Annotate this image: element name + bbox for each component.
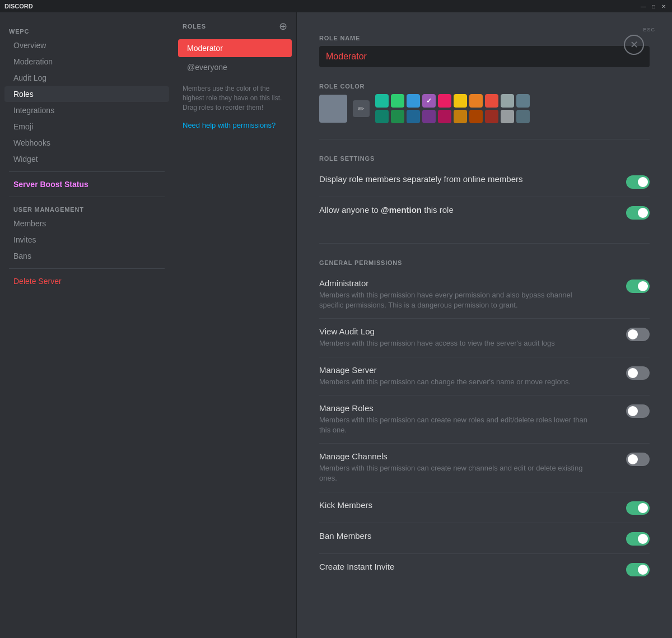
permission-view-audit-log-desc: Members with this permission have access… (319, 338, 588, 348)
color-swatch-row2-5[interactable] (454, 110, 467, 123)
color-swatch-row1-0[interactable] (375, 94, 389, 108)
sidebar: WEPC Overview Moderation Audit Log Roles… (0, 12, 174, 638)
color-swatch-row1-1[interactable] (391, 94, 404, 108)
color-swatch-row2-9[interactable] (516, 110, 530, 123)
sidebar-item-widget[interactable]: Widget (4, 151, 169, 167)
divider-2 (319, 243, 650, 244)
roles-panel-title: ROLES (183, 23, 206, 30)
color-swatch-row2-6[interactable] (469, 110, 483, 123)
general-permissions-label: GENERAL PERMISSIONS (319, 259, 650, 266)
color-swatches (375, 94, 530, 123)
maximize-button[interactable]: □ (650, 2, 657, 10)
permission-manage-roles-desc: Members with this permission can create … (319, 415, 588, 435)
sidebar-item-overview[interactable]: Overview (4, 38, 169, 53)
color-swatch-row2-4[interactable] (438, 110, 451, 123)
color-swatch-row1-8[interactable] (501, 94, 514, 108)
esc-label: ESC (643, 27, 655, 32)
sidebar-item-bans[interactable]: Bans (4, 248, 169, 264)
role-name-section-label: ROLE NAME (319, 35, 650, 41)
title-bar-controls: — □ ✕ (640, 2, 668, 10)
role-item-moderator[interactable]: Moderator (178, 39, 292, 57)
role-name-input[interactable] (319, 46, 650, 67)
color-swatch-row2-3[interactable] (422, 110, 436, 123)
close-button[interactable]: ✕ (624, 35, 644, 55)
color-swatch-row2-8[interactable] (501, 110, 514, 123)
close-window-button[interactable]: ✕ (660, 2, 668, 10)
close-area: ✕ ESC (643, 24, 655, 32)
title-bar: DISCORD — □ ✕ (0, 0, 672, 12)
setting-display-separately-name: Display role members separately from onl… (319, 174, 617, 184)
sidebar-item-roles[interactable]: Roles (4, 86, 169, 102)
permission-administrator-toggle[interactable] (626, 280, 650, 293)
color-swatch-row1-9[interactable] (516, 94, 530, 108)
setting-allow-mention: Allow anyone to @mention this role (319, 197, 650, 227)
sidebar-item-members[interactable]: Members (4, 216, 169, 231)
role-color-section: ROLE COLOR ✏ (319, 83, 650, 123)
color-swatch-row2-2[interactable] (407, 110, 420, 123)
permission-manage-roles-toggle[interactable] (626, 404, 650, 418)
permission-manage-channels: Manage ChannelsMembers with this permiss… (319, 444, 650, 492)
permission-manage-channels-name: Manage Channels (319, 451, 617, 461)
color-swatch-row1-2[interactable] (407, 94, 420, 108)
permissions-list: AdministratorMembers with this permissio… (319, 271, 650, 584)
permission-create-instant-invite-name: Create Instant Invite (319, 562, 617, 571)
user-management-label: USER MANAGEMENT (0, 202, 174, 215)
sidebar-item-emoji[interactable]: Emoji (4, 119, 169, 134)
sidebar-divider-3 (9, 268, 165, 269)
permission-kick-members-toggle[interactable] (626, 501, 650, 515)
color-picker-button[interactable]: ✏ (353, 100, 370, 117)
role-item-everyone[interactable]: @everyone (178, 58, 292, 76)
color-swatch-row1-7[interactable] (485, 94, 498, 108)
color-swatch-row1-3[interactable] (422, 94, 436, 108)
setting-allow-mention-toggle[interactable] (626, 206, 650, 220)
role-settings-section: ROLE SETTINGS Display role members separ… (319, 155, 650, 227)
setting-display-separately-toggle[interactable] (626, 175, 650, 189)
permission-ban-members-toggle[interactable] (626, 532, 650, 546)
color-swatch-row1-4[interactable] (438, 94, 451, 108)
color-swatch-row2-0[interactable] (375, 110, 389, 123)
permission-create-instant-invite-info: Create Instant Invite (319, 562, 617, 574)
sidebar-divider-2 (9, 197, 165, 197)
color-swatch-row2-1[interactable] (391, 110, 404, 123)
main-content: ✕ ESC ROLE NAME ROLE COLOR ✏ (297, 12, 672, 638)
permission-manage-server-desc: Members with this permission can change … (319, 377, 588, 387)
permission-view-audit-log-toggle[interactable] (626, 328, 650, 341)
divider-1 (319, 139, 650, 139)
permission-ban-members-name: Ban Members (319, 531, 617, 541)
permission-manage-server: Manage ServerMembers with this permissio… (319, 357, 650, 395)
role-settings-label: ROLE SETTINGS (319, 155, 650, 162)
setting-display-separately-info: Display role members separately from onl… (319, 174, 617, 186)
add-role-button[interactable]: ⊕ (279, 21, 287, 31)
permission-manage-server-info: Manage ServerMembers with this permissio… (319, 365, 617, 387)
roles-hint: Members use the color of the highest rol… (174, 77, 296, 119)
sidebar-item-webhooks[interactable]: Webhooks (4, 135, 169, 151)
general-permissions-section: GENERAL PERMISSIONS AdministratorMembers… (319, 259, 650, 584)
app-container: WEPC Overview Moderation Audit Log Roles… (0, 12, 672, 638)
minimize-button[interactable]: — (640, 2, 647, 10)
role-color-label: ROLE COLOR (319, 83, 650, 90)
permission-manage-channels-info: Manage ChannelsMembers with this permiss… (319, 451, 617, 483)
permission-administrator-info: AdministratorMembers with this permissio… (319, 278, 617, 310)
sidebar-item-integrations[interactable]: Integrations (4, 103, 169, 118)
permission-manage-roles-name: Manage Roles (319, 403, 617, 413)
app-title: DISCORD (4, 3, 33, 10)
permission-create-instant-invite: Create Instant Invite (319, 554, 650, 584)
sidebar-item-server-boost[interactable]: Server Boost Status (4, 176, 169, 192)
color-swatch-row1-5[interactable] (454, 94, 467, 108)
permission-manage-server-name: Manage Server (319, 365, 617, 375)
permission-view-audit-log-info: View Audit LogMembers with this permissi… (319, 327, 617, 348)
permission-create-instant-invite-toggle[interactable] (626, 563, 650, 576)
server-name-label: WEPC (0, 24, 174, 37)
color-swatch-row1-6[interactable] (469, 94, 483, 108)
permission-manage-roles-info: Manage RolesMembers with this permission… (319, 403, 617, 435)
color-row: ✏ (319, 94, 650, 123)
roles-help-link[interactable]: Need help with permissions? (174, 119, 296, 132)
sidebar-item-audit-log[interactable]: Audit Log (4, 70, 169, 86)
color-swatch-row2-7[interactable] (485, 110, 498, 123)
sidebar-item-invites[interactable]: Invites (4, 232, 169, 248)
permission-manage-channels-toggle[interactable] (626, 453, 650, 466)
permission-administrator-name: Administrator (319, 278, 617, 288)
sidebar-item-moderation[interactable]: Moderation (4, 54, 169, 69)
permission-manage-server-toggle[interactable] (626, 366, 650, 380)
sidebar-item-delete-server[interactable]: Delete Server (4, 273, 169, 289)
